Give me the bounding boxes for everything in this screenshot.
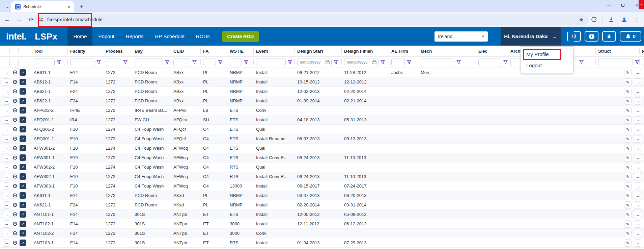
popout-icon[interactable]: ↗ (20, 202, 26, 208)
browser-tab-schedule[interactable]: Schedule × (11, 1, 74, 12)
go-to-row-icon[interactable]: → (634, 97, 641, 105)
popout-icon[interactable]: ↗ (20, 183, 26, 189)
popout-icon[interactable]: ↗ (20, 164, 26, 170)
filter-funnel-icon[interactable] (381, 60, 385, 64)
eye-icon[interactable] (11, 69, 18, 76)
go-to-row-icon[interactable]: → (634, 107, 641, 114)
row-open-button[interactable]: → (3, 239, 10, 247)
notifications-button[interactable]: 0 (620, 31, 641, 42)
row-open-button[interactable]: → (3, 107, 10, 114)
edit-pencil-icon[interactable]: ✎ (624, 201, 632, 209)
eye-icon[interactable] (11, 164, 18, 171)
filter-funnel-icon[interactable] (244, 60, 248, 64)
go-to-row-icon[interactable]: → (634, 126, 641, 133)
row-open-button[interactable]: → (3, 220, 10, 228)
filter-funnel-icon[interactable] (456, 60, 461, 64)
go-to-row-icon[interactable]: → (634, 211, 641, 218)
date-filter-input[interactable] (300, 60, 324, 64)
row-open-button[interactable]: → (3, 116, 10, 124)
row-open-button[interactable]: → (3, 230, 10, 237)
forward-icon[interactable]: → (14, 15, 24, 25)
go-to-row-icon[interactable]: → (634, 201, 641, 209)
eye-icon[interactable] (11, 230, 18, 237)
filter-funnel-icon[interactable] (334, 60, 338, 64)
eye-icon[interactable] (11, 173, 18, 180)
edit-pencil-icon[interactable]: ✎ (624, 69, 632, 76)
go-to-row-icon[interactable]: → (634, 145, 641, 152)
go-to-row-icon[interactable]: → (634, 69, 641, 76)
edit-pencil-icon[interactable]: ✎ (624, 107, 632, 114)
row-open-button[interactable]: → (3, 211, 10, 218)
go-to-row-icon[interactable]: → (634, 135, 641, 143)
edit-pencil-icon[interactable]: ✎ (624, 173, 632, 180)
column-header-mech[interactable]: Mech (418, 46, 476, 56)
edit-pencil-icon[interactable]: ✎ (624, 239, 632, 247)
column-header-design-start[interactable]: Design Start (295, 46, 341, 56)
nav-item-home[interactable]: Home (67, 27, 92, 46)
column-header-bay[interactable]: Bay (132, 46, 171, 56)
go-to-row-icon[interactable]: → (634, 164, 641, 171)
tab-close-icon[interactable]: × (66, 4, 72, 9)
popout-icon[interactable]: ↗ (20, 135, 26, 142)
edit-pencil-icon[interactable]: ✎ (624, 211, 632, 218)
filter-input[interactable] (34, 58, 55, 66)
eye-icon[interactable] (11, 201, 18, 209)
row-open-button[interactable]: → (3, 182, 10, 190)
go-to-row-icon[interactable]: → (634, 230, 641, 237)
eye-icon[interactable] (11, 116, 18, 124)
calendar-icon[interactable] (372, 60, 376, 64)
go-to-row-icon[interactable]: → (634, 239, 641, 247)
row-open-button[interactable]: → (3, 69, 10, 76)
edit-pencil-icon[interactable]: ✎ (624, 220, 632, 228)
column-header-ae-firm[interactable]: AE Firm (389, 46, 418, 56)
nav-item-popout[interactable]: Popout (92, 27, 120, 46)
go-to-row-icon[interactable]: → (634, 78, 641, 86)
filter-funnel-icon[interactable] (579, 60, 584, 64)
column-header-ceid[interactable]: CEID (171, 46, 200, 56)
row-open-button[interactable]: → (3, 154, 10, 161)
filter-input[interactable] (135, 58, 163, 66)
row-open-button[interactable]: → (3, 145, 10, 152)
go-to-row-icon[interactable]: → (634, 88, 641, 95)
row-open-button[interactable]: → (3, 78, 10, 86)
browser-menu-icon[interactable]: ⋮ (633, 15, 641, 24)
new-tab-button[interactable]: + (78, 3, 86, 10)
filter-input[interactable] (203, 58, 216, 66)
nav-item-rp-schedule[interactable]: RP Schedule (149, 27, 190, 46)
go-to-row-icon[interactable]: → (634, 173, 641, 180)
filter-input[interactable] (173, 58, 190, 66)
date-filter-input[interactable] (347, 60, 371, 64)
column-header-design-finish[interactable]: Design Finish (341, 46, 389, 56)
popout-icon[interactable]: ↗ (20, 98, 26, 104)
menu-item-logout[interactable]: Logout (521, 60, 573, 71)
column-header-elec[interactable]: Elec (476, 46, 508, 56)
region-select[interactable]: Ireland ▼ (435, 31, 488, 42)
column-header-event[interactable]: Event (253, 46, 295, 56)
edit-pencil-icon[interactable]: ✎ (624, 145, 632, 152)
edit-pencil-icon[interactable]: ✎ (624, 97, 632, 105)
column-header-struct[interactable]: Struct (595, 46, 639, 56)
row-open-button[interactable]: → (3, 88, 10, 95)
popout-icon[interactable]: ↗ (20, 88, 26, 95)
edit-pencil-icon[interactable]: ✎ (624, 78, 632, 86)
filter-input[interactable] (478, 58, 501, 66)
go-to-row-icon[interactable]: → (634, 154, 641, 161)
info-button[interactable]: i (585, 31, 598, 42)
popout-icon[interactable]: ↗ (20, 154, 26, 161)
column-header-p[interactable]: P (639, 46, 644, 56)
filter-funnel-icon[interactable] (218, 60, 222, 64)
create-rod-button[interactable]: Create ROD (222, 31, 259, 42)
filter-input[interactable] (421, 58, 454, 66)
filter-funnel-icon[interactable] (165, 60, 169, 64)
popout-icon[interactable]: ↗ (20, 69, 26, 76)
eye-icon[interactable] (11, 154, 18, 161)
eye-icon[interactable] (11, 211, 18, 218)
eye-icon[interactable] (11, 135, 18, 143)
row-open-button[interactable]: → (3, 192, 10, 199)
eye-icon[interactable] (11, 239, 18, 247)
eye-icon[interactable] (11, 126, 18, 133)
popout-icon[interactable]: ↗ (20, 240, 26, 246)
filter-funnel-icon[interactable] (96, 60, 101, 64)
filter-funnel-icon[interactable] (288, 60, 292, 64)
filter-funnel-icon[interactable] (635, 60, 639, 64)
